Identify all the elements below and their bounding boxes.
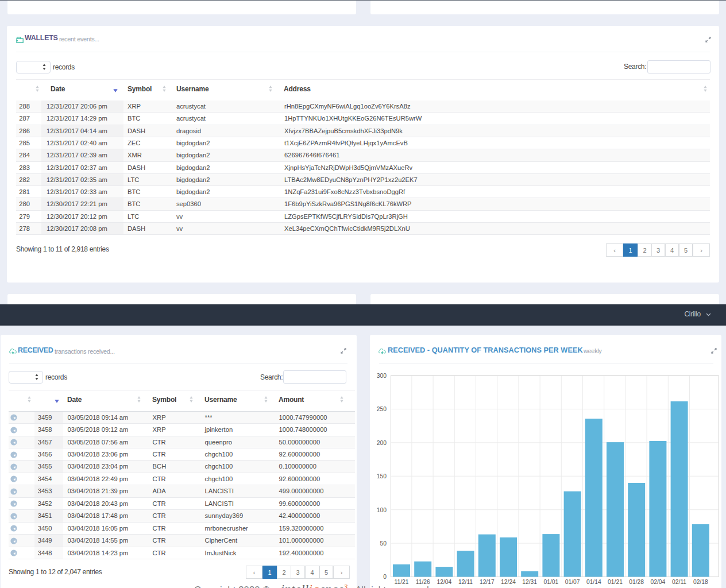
svg-text:100: 100 <box>377 507 387 513</box>
svg-text:01/07: 01/07 <box>565 579 580 585</box>
svg-text:12/11: 12/11 <box>458 579 473 585</box>
svg-text:01/21: 01/21 <box>608 579 623 585</box>
svg-text:01/14: 01/14 <box>586 579 601 585</box>
svg-text:12/31: 12/31 <box>522 579 537 585</box>
svg-text:50: 50 <box>380 540 387 547</box>
svg-text:02/18: 02/18 <box>693 579 708 585</box>
svg-text:250: 250 <box>377 406 387 412</box>
svg-text:12/17: 12/17 <box>480 579 495 585</box>
svg-text:02/11: 02/11 <box>672 579 686 585</box>
svg-text:150: 150 <box>377 473 387 479</box>
svg-text:01/28: 01/28 <box>629 579 644 585</box>
svg-text:200: 200 <box>377 440 387 446</box>
svg-text:12/24: 12/24 <box>501 579 516 585</box>
svg-text:0: 0 <box>383 574 387 580</box>
svg-text:12/04: 12/04 <box>437 579 452 585</box>
svg-text:01/01: 01/01 <box>544 579 559 585</box>
svg-text:300: 300 <box>377 373 387 379</box>
svg-text:02/04: 02/04 <box>651 579 666 585</box>
